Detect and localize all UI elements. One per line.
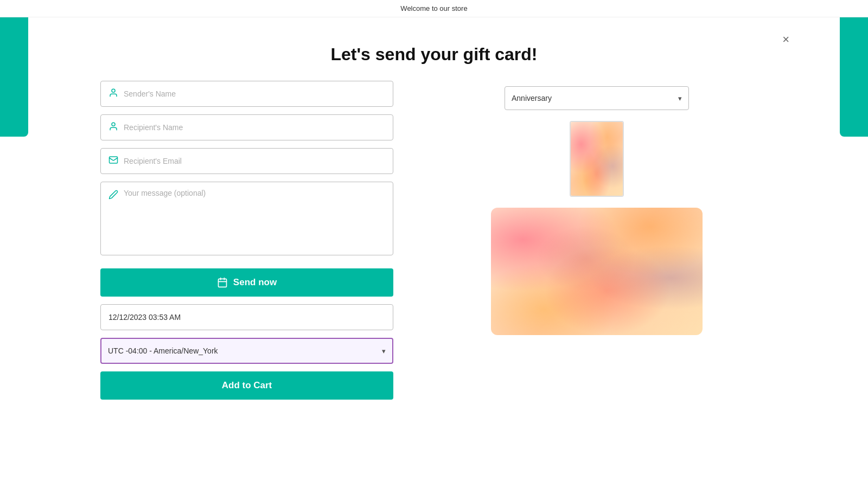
modal-container: × Let's send your gift card! — [68, 28, 800, 427]
recipient-name-input[interactable] — [124, 123, 385, 132]
email-icon — [108, 155, 118, 168]
svg-point-0 — [112, 89, 115, 92]
timezone-select-arrow: ▾ — [382, 347, 386, 355]
recipient-email-wrapper — [100, 148, 393, 174]
banner-text: Welcome to our store — [400, 4, 467, 12]
card-preview-art — [491, 208, 703, 335]
datetime-input[interactable] — [108, 313, 385, 322]
recipient-name-wrapper — [100, 114, 393, 140]
calendar-icon — [217, 277, 228, 288]
pencil-icon — [108, 190, 118, 202]
teal-bar-left — [0, 17, 28, 137]
add-to-cart-label: Add to Cart — [222, 380, 272, 391]
person-icon-sender — [108, 88, 118, 100]
form-section: Send now UTC -04:00 - America/New_York U… — [100, 81, 393, 400]
close-button[interactable]: × — [782, 34, 789, 46]
svg-point-1 — [112, 123, 115, 126]
page-wrapper: × Let's send your gift card! — [0, 17, 868, 488]
card-thumbnail-art — [571, 122, 623, 196]
svg-rect-2 — [110, 157, 118, 163]
add-to-cart-button[interactable]: Add to Cart — [100, 371, 393, 400]
timezone-wrapper: UTC -04:00 - America/New_York UTC -05:00… — [100, 338, 393, 364]
person-icon-recipient — [108, 121, 118, 134]
message-input[interactable] — [124, 189, 385, 248]
send-now-label: Send now — [233, 277, 277, 288]
sender-name-wrapper — [100, 81, 393, 107]
send-now-button[interactable]: Send now — [100, 268, 393, 297]
category-select-arrow: ▾ — [678, 94, 682, 102]
datetime-wrapper — [100, 304, 393, 330]
card-thumbnail[interactable] — [570, 121, 624, 197]
recipient-email-input[interactable] — [124, 157, 385, 165]
card-section: Anniversary Birthday Congratulations Hol… — [426, 81, 768, 335]
card-preview[interactable] — [491, 208, 703, 335]
teal-bar-right — [840, 17, 868, 137]
svg-rect-3 — [218, 279, 226, 287]
category-select-wrapper: Anniversary Birthday Congratulations Hol… — [505, 86, 689, 110]
category-select[interactable]: Anniversary Birthday Congratulations Hol… — [512, 94, 678, 102]
modal-title: Let's send your gift card! — [100, 44, 768, 65]
sender-name-input[interactable] — [124, 89, 385, 98]
store-banner: Welcome to our store — [0, 0, 868, 17]
message-wrapper — [100, 182, 393, 255]
timezone-select[interactable]: UTC -04:00 - America/New_York UTC -05:00… — [108, 346, 382, 355]
modal-body: Send now UTC -04:00 - America/New_York U… — [100, 81, 768, 400]
